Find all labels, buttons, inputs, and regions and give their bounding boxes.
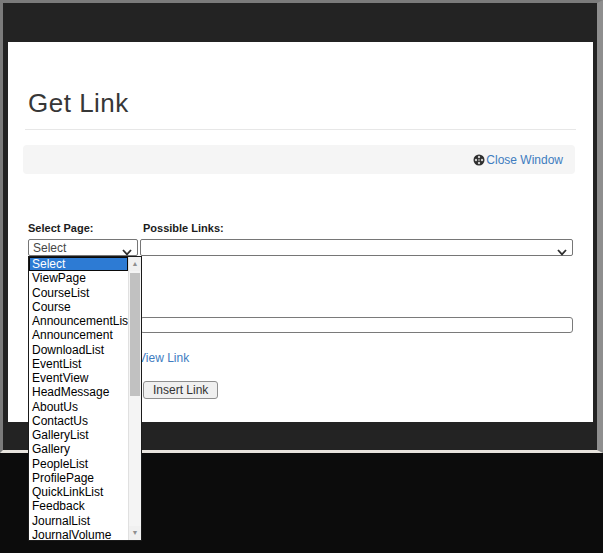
dropdown-option[interactable]: ProfilePage [29,471,128,485]
dropdown-option[interactable]: Course [29,300,128,314]
dropdown-option[interactable]: Gallery [29,442,128,456]
dropdown-option[interactable]: HeadMessage [29,385,128,399]
dropdown-option[interactable]: EventList [29,357,128,371]
dropdown-option[interactable]: DownloadList [29,343,128,357]
insert-link-button[interactable]: Insert Link [143,381,218,399]
dropdown-option[interactable]: EventView [29,371,128,385]
page-dropdown-list: SelectViewPageCourseListCourseAnnounceme… [28,256,142,541]
dropdown-option[interactable]: ContactUs [29,414,128,428]
select-page-label: Select Page: [28,222,93,234]
scrollbar-thumb[interactable] [130,273,140,396]
page-background: Get Link Close Window Select Page: [0,0,603,553]
chevron-down-icon [557,245,567,259]
scroll-down-icon[interactable]: ▼ [129,526,141,540]
dropdown-option[interactable]: PeopleList [29,457,128,471]
page-title: Get Link [28,88,129,119]
dropdown-option[interactable]: QuickLinkList [29,485,128,499]
heading-divider [25,129,576,130]
dropdown-option[interactable]: CourseList [29,286,128,300]
dropdown-option[interactable]: JournalList [29,514,128,528]
close-window-link[interactable]: Close Window [473,153,563,167]
dropdown-option[interactable]: GalleryList [29,428,128,442]
select-page-value: Select [33,241,66,255]
possible-links-label: Possible Links: [143,222,224,234]
possible-links-dropdown[interactable] [140,239,573,256]
close-window-label: Close Window [486,153,563,167]
link-input[interactable] [140,317,573,333]
view-link[interactable]: View Link [138,351,189,365]
dropdown-option[interactable]: Feedback [29,499,128,513]
close-window-icon [473,154,485,166]
dropdown-option[interactable]: Select [29,257,128,271]
toolbar-bar: Close Window [23,145,575,174]
dropdown-option[interactable]: AnnouncementList [29,314,128,328]
dropdown-option[interactable]: Announcement [29,328,128,342]
dropdown-options: SelectViewPageCourseListCourseAnnounceme… [29,257,128,540]
dropdown-option[interactable]: JournalVolume [29,528,128,540]
dropdown-option[interactable]: ViewPage [29,271,128,285]
dropdown-scrollbar[interactable]: ▲ ▼ [128,257,141,540]
dropdown-option[interactable]: AboutUs [29,400,128,414]
scroll-up-icon[interactable]: ▲ [129,257,141,271]
select-page-dropdown[interactable]: Select [28,239,138,256]
